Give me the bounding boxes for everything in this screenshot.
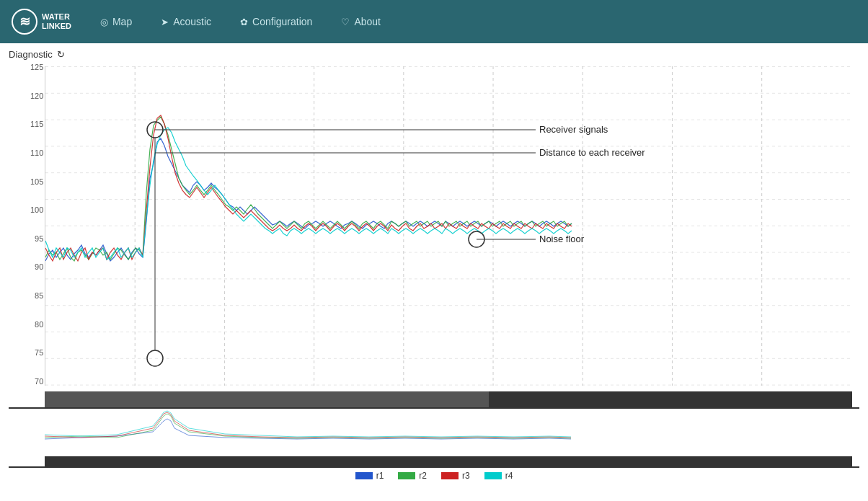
mini-chart: 0 19.9 39.7 59.6 79.4 99.3 119.1 139 158… <box>9 410 859 468</box>
nav-acoustic[interactable]: ➤ Acoustic <box>149 10 223 33</box>
annotation-noise-floor: Noise floor <box>539 234 584 244</box>
legend-r3-label: r3 <box>462 471 470 481</box>
mini-chart-area <box>45 410 852 452</box>
legend-r3-color <box>441 472 459 479</box>
legend-r1: r1 <box>355 471 384 481</box>
acoustic-icon: ➤ <box>161 17 169 27</box>
viewport-bar[interactable] <box>45 391 852 407</box>
diagnostic-spinner-icon: ↻ <box>57 49 65 60</box>
logo-text: WATERLINKED <box>42 12 71 31</box>
diagnostic-label: Diagnostic <box>9 49 53 60</box>
gear-icon: ✿ <box>240 17 248 27</box>
heart-icon: ♡ <box>341 17 350 27</box>
legend-r2-label: r2 <box>419 471 427 481</box>
nav-about[interactable]: ♡ About <box>329 10 392 33</box>
nav-configuration-label: Configuration <box>252 16 312 27</box>
legend-r4-label: r4 <box>505 471 513 481</box>
diagnostic-header: Diagnostic ↻ <box>9 49 859 60</box>
navbar: ≋ WATERLINKED ◎ Map ➤ Acoustic ✿ Configu… <box>0 0 868 43</box>
logo-icon: ≋ <box>12 9 37 35</box>
logo: ≋ WATERLINKED <box>12 9 71 35</box>
viewport-selection <box>45 391 489 407</box>
nav-acoustic-label: Acoustic <box>173 16 211 27</box>
annotation-receiver-signals: Receiver signals <box>539 124 608 135</box>
legend-r4: r4 <box>484 471 513 481</box>
y-axis: 125 120 115 110 105 100 95 90 85 80 75 7… <box>30 63 43 386</box>
chart-legend: r1 r2 r3 r4 <box>9 471 859 481</box>
legend-r4-color <box>484 472 502 479</box>
nav-about-label: About <box>354 16 381 27</box>
main-chart: 125 120 115 110 105 100 95 90 85 80 75 7… <box>9 63 859 409</box>
mini-viewport-bar[interactable] <box>45 456 852 466</box>
legend-r2-color <box>398 472 415 479</box>
legend-r2: r2 <box>398 471 427 481</box>
annotation-distance: Distance to each receiver <box>539 147 645 158</box>
main-content: Diagnostic ↻ 125 120 115 110 105 100 95 … <box>0 43 868 487</box>
legend-r1-label: r1 <box>376 471 384 481</box>
grid-svg <box>45 66 852 386</box>
legend-r1-color <box>355 472 373 479</box>
chart-container: 125 120 115 110 105 100 95 90 85 80 75 7… <box>9 63 859 481</box>
chart-svg-area: Receiver signals Distance to each receiv… <box>45 66 852 386</box>
map-icon: ◎ <box>100 17 108 27</box>
mini-chart-svg <box>45 410 852 452</box>
nav-map[interactable]: ◎ Map <box>89 10 143 33</box>
nav-configuration[interactable]: ✿ Configuration <box>229 10 324 33</box>
legend-r3: r3 <box>441 471 470 481</box>
nav-map-label: Map <box>112 16 132 27</box>
